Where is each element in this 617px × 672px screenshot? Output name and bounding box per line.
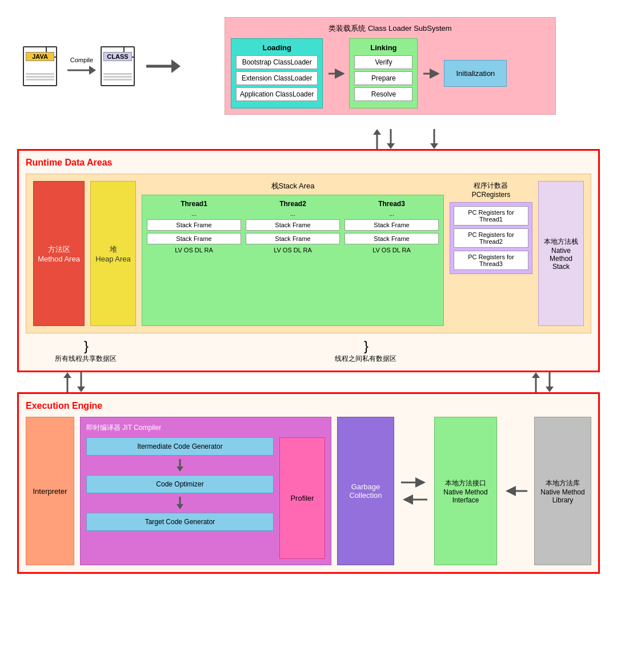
arrow-right-svg: [400, 477, 428, 488]
linking-to-init-arrow: [422, 68, 439, 79]
resolve-item: Resolve: [354, 87, 412, 101]
va-down-1: [386, 129, 395, 149]
thread3-frame1: Stack Frame: [344, 219, 439, 231]
jit-title: 即时编译器 JIT Compiler: [86, 423, 325, 433]
thread3-dots: ...: [344, 210, 439, 217]
brace-left: } 所有线程共享数据区: [29, 338, 143, 364]
classloader-to-runtime-arrows: [206, 129, 606, 149]
brace-right: } 线程之间私有数据区: [143, 338, 588, 364]
va-down-2: [430, 129, 439, 149]
arrow-left-from-lib: [503, 485, 528, 497]
thread3-col: Thread3 ... Stack Frame Stack Frame LV O…: [344, 200, 439, 321]
arrow-svg: [327, 68, 344, 79]
brace-right-symbol: }: [364, 338, 367, 354]
native-method-interface-box: 本地方法接口Native Method Interface: [434, 417, 497, 565]
linking-box: Linking Verify Prepare Resolve: [349, 38, 418, 108]
jit-inner-row: Itermediate Code Generator Code Optimize…: [86, 437, 325, 559]
runtime-data-areas: Runtime Data Areas 方法区Method Area 堆Heap …: [17, 149, 600, 372]
java-label: JAVA: [26, 52, 54, 61]
pc-registers-section: 程序计数器PCRegisters PC Registers for Thread…: [450, 181, 532, 326]
down-arrows-exec-right: [531, 372, 554, 392]
pc-registers-inner: PC Registers for Thread1 PC Registers fo…: [450, 202, 532, 274]
jit-step3: Target Code Generator: [86, 513, 274, 531]
verify-item: Verify: [354, 55, 412, 69]
classloader-inner: Loading Bootstrap ClassLoader Extension …: [231, 38, 550, 108]
thread1-frame2: Stack Frame: [147, 233, 241, 244]
thread2-dots: ...: [246, 210, 340, 217]
class-file-dots: [103, 73, 132, 81]
thread2-frame1: Stack Frame: [246, 219, 340, 231]
heap-area-label: 堆Heap Area: [95, 244, 130, 263]
jit-step2: Code Optimizer: [86, 475, 274, 493]
down-arrows-left: [372, 129, 395, 149]
thread2-lv: LV OS DL RA: [246, 247, 340, 253]
stack-area-title: 栈Stack Area: [142, 181, 444, 191]
va-up-exec-2: [531, 372, 540, 392]
class-to-loader-arrow: [146, 58, 181, 75]
nml-to-nmi-arrow: [503, 417, 528, 565]
pc-registers-title: 程序计数器PCRegisters: [472, 181, 510, 199]
nmi-label: 本地方法接口Native Method Interface: [439, 478, 492, 504]
native-method-stack-box: 本地方法栈Native Method Stack: [538, 181, 584, 326]
initialization-label: Initialization: [456, 69, 495, 78]
jit-arrow-1: [175, 459, 185, 472]
classloader-title: 类装载系统 Class Loader SubSystem: [231, 23, 550, 34]
execution-inner: Interpreter 即时编译器 JIT Compiler Itermedia…: [26, 417, 591, 565]
native-method-stack-label: 本地方法栈Native Method Stack: [542, 237, 580, 271]
thread1-dots: ...: [147, 210, 241, 217]
profiler-box: Profiler: [279, 437, 325, 559]
thread3-frame2: Stack Frame: [344, 233, 439, 244]
gc-nmi-arrows: [400, 417, 428, 565]
compile-arrow: Compile: [67, 57, 96, 76]
compile-label: Compile: [70, 57, 93, 63]
garbage-collection-label: Garbage Collection: [340, 482, 391, 500]
arrow-svg2: [422, 68, 439, 79]
extension-classloader: Extension ClassLoader: [236, 71, 318, 85]
linking-title: Linking: [354, 43, 412, 52]
top-row: JAVA Compile CLASS 类装载系统 Class Load: [11, 11, 606, 120]
va-down-exec-2: [545, 372, 554, 392]
stack-threads: Thread1 ... Stack Frame Stack Frame LV O…: [142, 195, 444, 326]
application-classloader: Application ClassLoader: [236, 87, 318, 101]
class-file-icon: CLASS: [101, 46, 135, 86]
method-area-box: 方法区Method Area: [33, 181, 85, 326]
method-area-label: 方法区Method Area: [38, 244, 80, 263]
compile-arrow-shape: [67, 65, 96, 76]
thread1-col: Thread1 ... Stack Frame Stack Frame LV O…: [147, 200, 241, 321]
jit-steps: Itermediate Code Generator Code Optimize…: [86, 437, 274, 559]
native-method-library-box: 本地方法库Native Method Library: [534, 417, 591, 565]
arrow-left-svg: [400, 494, 428, 505]
pc-thread3: PC Registers for Thread3: [454, 251, 528, 270]
profiler-label: Profiler: [290, 494, 314, 502]
thread2-frame2: Stack Frame: [246, 233, 340, 244]
thread3-title: Thread3: [344, 200, 439, 208]
bootstrap-classloader: Bootstrap ClassLoader: [236, 55, 318, 69]
heap-area-box: 堆Heap Area: [90, 181, 136, 326]
private-label: 线程之间私有数据区: [335, 354, 396, 364]
va-up-exec-1: [63, 372, 72, 392]
initialization-box: Initialization: [444, 60, 507, 87]
loading-title: Loading: [236, 43, 318, 52]
interpreter-label: Interpreter: [33, 487, 67, 496]
garbage-collection-box: Garbage Collection: [337, 417, 394, 565]
loading-to-linking-arrow: [327, 68, 344, 79]
down-arrows-right: [430, 129, 439, 149]
thread1-lv: LV OS DL RA: [147, 247, 241, 253]
down-arrows-exec-left: [63, 372, 86, 392]
execution-title: Execution Engine: [26, 401, 591, 411]
va-down-exec-1: [77, 372, 86, 392]
thread3-lv: LV OS DL RA: [344, 247, 439, 253]
thread1-frame1: Stack Frame: [147, 219, 241, 231]
thread2-title: Thread2: [246, 200, 340, 208]
runtime-inner: 方法区Method Area 堆Heap Area 栈Stack Area Th…: [26, 174, 591, 333]
pc-thread1: PC Registers for Thread1: [454, 206, 528, 226]
thread1-title: Thread1: [147, 200, 241, 208]
jit-step1: Itermediate Code Generator: [86, 437, 274, 456]
brace-row: } 所有线程共享数据区 } 线程之间私有数据区: [26, 338, 591, 364]
shared-label: 所有线程共享数据区: [55, 354, 117, 364]
thread2-col: Thread2 ... Stack Frame Stack Frame LV O…: [246, 200, 340, 321]
jit-compiler-box: 即时编译器 JIT Compiler Itermediate Code Gene…: [80, 417, 331, 565]
va-up-1: [372, 129, 382, 149]
class-label: CLASS: [103, 52, 132, 61]
main-container: JAVA Compile CLASS 类装载系统 Class Load: [0, 0, 617, 585]
